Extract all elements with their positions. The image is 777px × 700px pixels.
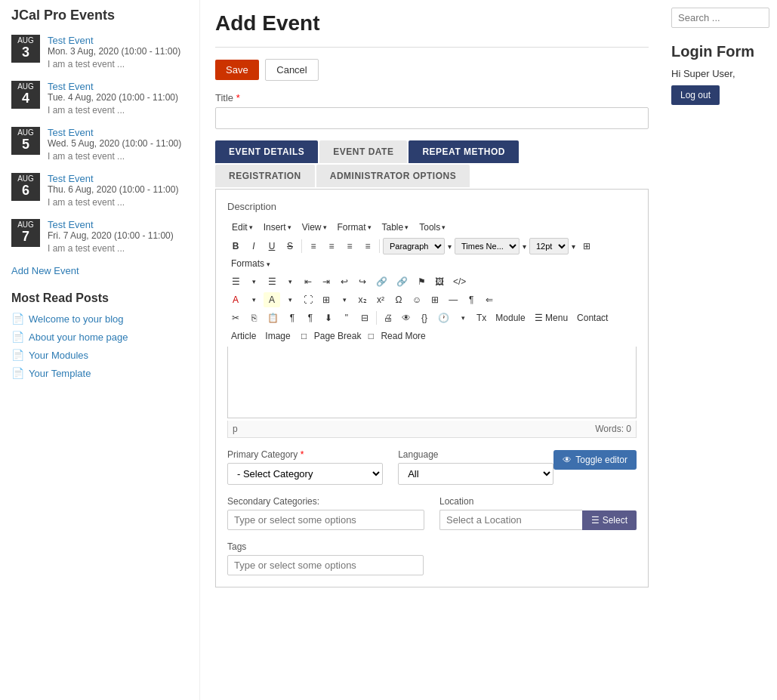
rtl-btn[interactable]: ⇐ [481, 292, 498, 307]
special-chars-btn[interactable]: Ω [390, 292, 407, 307]
cut-btn[interactable]: ✂ [227, 310, 244, 325]
para3-btn[interactable]: ¶ [302, 310, 319, 325]
indent-btn[interactable]: ⇥ [318, 274, 335, 289]
primary-category-select[interactable]: - Select Category [227, 463, 383, 485]
view-menu[interactable]: View ▾ [298, 220, 331, 235]
font-color-btn[interactable]: A [227, 292, 244, 307]
quote-btn[interactable]: " [338, 310, 355, 325]
media-btn[interactable]: ⊞ [427, 292, 443, 307]
image-btn[interactable]: 🖼 [431, 274, 448, 289]
editor-panel: Description Edit ▾ Insert ▾ View ▾ Forma… [215, 189, 649, 587]
module-btn[interactable]: Module [492, 310, 529, 325]
logout-button[interactable]: Log out [671, 85, 720, 105]
ordered-list-arrow-btn[interactable]: ▾ [282, 276, 298, 288]
underline-btn[interactable]: U [264, 239, 280, 254]
event-link[interactable]: Test Event [48, 35, 94, 46]
download-btn[interactable]: ⬇ [320, 310, 337, 325]
tab-repeat-method[interactable]: REPEAT METHOD [409, 140, 519, 163]
paragraph-select[interactable]: Paragraph [383, 238, 445, 254]
font-color-arrow[interactable]: ▾ [245, 294, 262, 306]
tab-event-details[interactable]: EVENT DETAILS [215, 140, 318, 163]
clock-arrow[interactable]: ▾ [455, 312, 471, 324]
toggle-editor-button[interactable]: 👁 Toggle editor [553, 450, 637, 470]
menu-btn[interactable]: ☰ Menu [531, 310, 572, 325]
hr-btn[interactable]: — [445, 292, 461, 307]
most-read-link[interactable]: Welcome to your blog [29, 313, 124, 325]
table-icon-btn2[interactable]: ⊟ [356, 310, 373, 325]
outdent-btn[interactable]: ⇤ [300, 274, 316, 289]
insert-menu[interactable]: Insert ▾ [259, 220, 296, 235]
list-btn[interactable]: ☰ [227, 274, 244, 289]
print-btn[interactable]: 🖨 [380, 310, 396, 325]
title-input[interactable] [215, 107, 649, 129]
para2-btn[interactable]: ¶ [284, 310, 301, 325]
cancel-button[interactable]: Cancel [265, 59, 318, 81]
tools-menu[interactable]: Tools ▾ [415, 220, 450, 235]
paste-btn[interactable]: 📋 [264, 310, 282, 325]
align-right-btn[interactable]: ≡ [341, 239, 358, 254]
undo-btn[interactable]: ↩ [336, 274, 353, 289]
link-btn[interactable]: 🔗 [372, 274, 391, 289]
copy-btn[interactable]: ⎘ [245, 310, 262, 325]
readmore-checkbox[interactable]: □ [362, 328, 379, 344]
save-button[interactable]: Save [215, 60, 259, 80]
event-link[interactable]: Test Event [48, 81, 94, 92]
remove-format-btn[interactable]: Tx [473, 310, 490, 325]
bold-btn[interactable]: B [227, 239, 244, 254]
location-select-button[interactable]: ☰ Select [582, 510, 637, 530]
font-select[interactable]: Times Ne... [455, 238, 520, 254]
tab-event-date[interactable]: EVENT DATE [319, 140, 407, 163]
pagebreak-checkbox[interactable]: □ [296, 328, 313, 344]
table-menu[interactable]: Table ▾ [378, 220, 414, 235]
redo-btn[interactable]: ↪ [354, 274, 371, 289]
most-read-link[interactable]: Your Template [29, 368, 91, 379]
toolbar-row6: Article Image □ Page Break □ Read More [227, 328, 637, 344]
article-btn[interactable]: Article [227, 328, 260, 344]
subscript-btn[interactable]: x₂ [354, 292, 371, 307]
tags-input[interactable] [227, 555, 424, 575]
preview-btn[interactable]: 👁 [398, 310, 415, 325]
superscript-btn[interactable]: x² [372, 292, 389, 307]
format-icon-btn[interactable]: ⊞ [578, 239, 595, 254]
event-link[interactable]: Test Event [48, 219, 94, 230]
most-read-link[interactable]: About your home page [29, 331, 128, 343]
table-arrow-btn[interactable]: ▾ [336, 294, 353, 306]
secondary-categories-input[interactable] [227, 510, 424, 530]
italic-btn[interactable]: I [245, 239, 262, 254]
ordered-list-btn[interactable]: ☰ [264, 274, 280, 289]
formats-btn[interactable]: Formats ▾ [227, 256, 274, 271]
list-arrow-btn[interactable]: ▾ [245, 276, 262, 288]
table-insert-btn[interactable]: ⊞ [318, 292, 335, 307]
tab-admin-options[interactable]: ADMINISTRATOR OPTIONS [316, 165, 470, 187]
event-link[interactable]: Test Event [48, 127, 94, 138]
bookmark-btn[interactable]: ⚑ [413, 274, 430, 289]
format-menu[interactable]: Format ▾ [333, 220, 376, 235]
event-item: Aug 5 Test Event Wed. 5 Aug, 2020 (10:00… [11, 127, 188, 162]
event-link[interactable]: Test Event [48, 173, 94, 184]
edit-menu[interactable]: Edit ▾ [227, 220, 257, 235]
fullscreen-btn[interactable]: ⛶ [300, 292, 316, 307]
paragraph-mark-btn[interactable]: ¶ [463, 292, 479, 307]
search-input[interactable] [671, 8, 769, 28]
language-select[interactable]: All [398, 463, 553, 485]
clock-btn[interactable]: 🕐 [434, 310, 453, 325]
align-left-btn[interactable]: ≡ [305, 239, 322, 254]
add-new-event-link[interactable]: Add New Event [11, 265, 188, 276]
location-input[interactable] [439, 510, 582, 530]
contact-btn[interactable]: Contact [573, 310, 612, 325]
language-col: Language All [398, 449, 553, 485]
editor-textarea[interactable] [227, 347, 637, 418]
size-select[interactable]: 12pt [529, 238, 569, 254]
source-btn[interactable]: </> [449, 274, 470, 289]
emoticon-btn[interactable]: ☺ [409, 292, 425, 307]
tab-registration[interactable]: REGISTRATION [215, 165, 315, 187]
highlight-btn[interactable]: A [264, 292, 280, 307]
highlight-arrow[interactable]: ▾ [282, 294, 298, 306]
align-center-btn[interactable]: ≡ [323, 239, 340, 254]
code-btn[interactable]: {} [416, 310, 433, 325]
align-justify-btn[interactable]: ≡ [359, 239, 376, 254]
image-insert-btn[interactable]: Image [261, 328, 294, 344]
unlink-btn[interactable]: 🔗 [393, 274, 412, 289]
strikethrough-btn[interactable]: S [282, 239, 298, 254]
most-read-link[interactable]: Your Modules [29, 350, 88, 361]
